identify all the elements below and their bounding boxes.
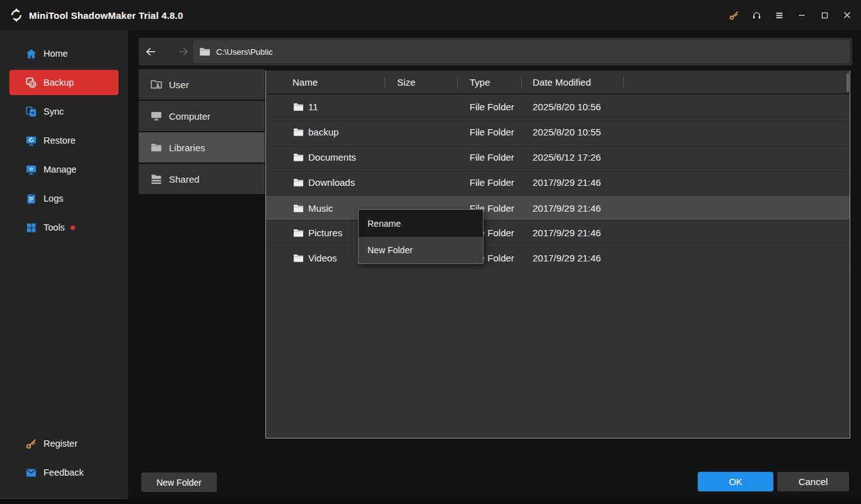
user-folder-icon	[150, 78, 163, 91]
shared-folder-icon	[150, 173, 163, 185]
place-label: Computer	[169, 111, 211, 122]
sidebar-item-label: Tools	[43, 222, 65, 232]
place-label: Shared	[169, 174, 199, 185]
path-field[interactable]: C:\Users\Public	[194, 40, 850, 63]
new-folder-button[interactable]: New Folder	[141, 472, 217, 492]
file-name: 11	[308, 101, 318, 112]
file-date: 2025/6/12 17:26	[521, 152, 623, 163]
sidebar-item-backup[interactable]: Backup	[9, 70, 118, 95]
close-icon[interactable]	[836, 0, 858, 30]
sidebar-item-tools[interactable]: Tools	[9, 215, 118, 240]
file-date: 2017/9/29 21:46	[521, 253, 623, 263]
place-computer[interactable]: Computer	[139, 101, 265, 131]
ok-button[interactable]: OK	[698, 472, 773, 491]
restore-icon	[25, 135, 37, 147]
file-name: Music	[308, 203, 333, 214]
sidebar-item-sync[interactable]: Sync	[9, 99, 118, 124]
places-list: User Computer Libraries Shared	[139, 69, 265, 195]
table-row[interactable]: backup File Folder 2025/8/20 10:55	[266, 120, 850, 145]
sidebar-item-home[interactable]: Home	[9, 41, 118, 66]
column-header-name[interactable]: Name	[266, 77, 384, 88]
folder-icon	[293, 228, 304, 238]
sidebar-item-label: Home	[43, 49, 68, 59]
folder-icon	[293, 152, 304, 162]
computer-icon	[150, 110, 163, 122]
place-libraries[interactable]: Libraries	[139, 132, 265, 163]
register-key-icon[interactable]	[722, 0, 745, 30]
vertical-scrollbar[interactable]	[847, 73, 849, 92]
minimize-icon[interactable]	[790, 0, 813, 30]
navigation-bar: C:\Users\Public	[139, 38, 852, 66]
file-name: backup	[308, 127, 338, 137]
sidebar-item-label: Logs	[43, 193, 63, 203]
cancel-button[interactable]: Cancel	[777, 472, 849, 491]
register-label: Register	[43, 438, 78, 449]
libraries-folder-icon	[150, 141, 163, 154]
table-row[interactable]: Pictures File Folder 2017/9/29 21:46	[266, 220, 850, 246]
file-name: Pictures	[308, 227, 342, 238]
file-date: 2017/9/29 21:46	[521, 177, 623, 188]
window-title: MiniTool ShadowMaker Trial 4.8.0	[29, 10, 183, 21]
sync-icon	[25, 106, 37, 118]
table-row[interactable]: 11 File Folder 2025/8/20 10:56	[266, 94, 850, 120]
folder-icon	[293, 178, 304, 187]
sidebar-item-manage[interactable]: Manage	[9, 157, 118, 182]
sidebar-item-logs[interactable]: Logs	[9, 186, 118, 211]
tools-icon	[25, 222, 37, 234]
logs-icon	[25, 193, 37, 205]
file-date: 2025/8/20 10:56	[521, 101, 623, 112]
column-header-type[interactable]: Type	[457, 77, 521, 88]
folder-icon	[293, 102, 304, 112]
file-name: Videos	[308, 253, 337, 263]
file-date: 2017/9/29 21:46	[521, 203, 623, 214]
table-row[interactable]: Videos File Folder 2017/9/29 21:46	[266, 246, 850, 271]
forward-arrow-icon[interactable]	[173, 41, 194, 62]
tools-notification-dot	[71, 226, 75, 230]
register-link[interactable]: Register	[0, 431, 128, 456]
sidebar-item-label: Backup	[43, 77, 74, 88]
home-icon	[25, 48, 37, 60]
folder-icon	[199, 45, 211, 58]
table-header: Name Size Type Date Modified	[266, 71, 850, 94]
column-header-date-modified[interactable]: Date Modified	[521, 77, 623, 88]
context-menu-item-rename[interactable]: Rename	[359, 210, 483, 237]
place-shared[interactable]: Shared	[139, 164, 265, 194]
register-key-icon	[25, 438, 37, 450]
file-name: Documents	[308, 152, 356, 163]
place-label: Libraries	[169, 142, 205, 153]
table-row[interactable]: Downloads File Folder 2017/9/29 21:46	[266, 170, 850, 195]
place-label: User	[169, 79, 189, 90]
context-menu: Rename New Folder	[358, 209, 483, 264]
back-arrow-icon[interactable]	[140, 41, 161, 62]
path-text: C:\Users\Public	[216, 47, 273, 57]
table-row-selected[interactable]: Music File Folder 2017/9/29 21:46	[266, 195, 850, 220]
column-separator[interactable]	[384, 77, 385, 88]
folder-icon	[293, 203, 304, 213]
column-separator[interactable]	[457, 77, 458, 88]
file-browser-panel: Name Size Type Date Modified 11 File Fol…	[265, 71, 850, 438]
sidebar-item-label: Sync	[43, 106, 64, 117]
folder-icon	[293, 253, 304, 263]
feedback-envelope-icon	[25, 467, 37, 479]
support-headset-icon[interactable]	[745, 0, 768, 30]
feedback-link[interactable]: Feedback	[0, 460, 128, 485]
titlebar-actions	[722, 0, 858, 30]
window-bottom-edge	[0, 499, 861, 504]
file-date: 2017/9/29 21:46	[521, 227, 623, 238]
menu-icon[interactable]	[768, 0, 790, 30]
context-menu-item-new-folder[interactable]: New Folder	[359, 237, 483, 263]
column-separator[interactable]	[623, 77, 624, 88]
file-type: File Folder	[457, 101, 521, 112]
sidebar: Home Backup Sync	[0, 30, 128, 499]
feedback-label: Feedback	[43, 467, 84, 478]
sidebar-item-restore[interactable]: Restore	[9, 128, 118, 153]
manage-icon	[25, 164, 37, 176]
table-row[interactable]: Documents File Folder 2025/6/12 17:26	[266, 145, 850, 170]
file-name: Downloads	[308, 177, 355, 188]
sidebar-item-label: Manage	[43, 164, 76, 175]
file-type: File Folder	[457, 177, 521, 188]
place-user[interactable]: User	[139, 69, 265, 100]
maximize-icon[interactable]	[813, 0, 836, 30]
column-separator[interactable]	[521, 77, 522, 88]
column-header-size[interactable]: Size	[384, 77, 457, 88]
